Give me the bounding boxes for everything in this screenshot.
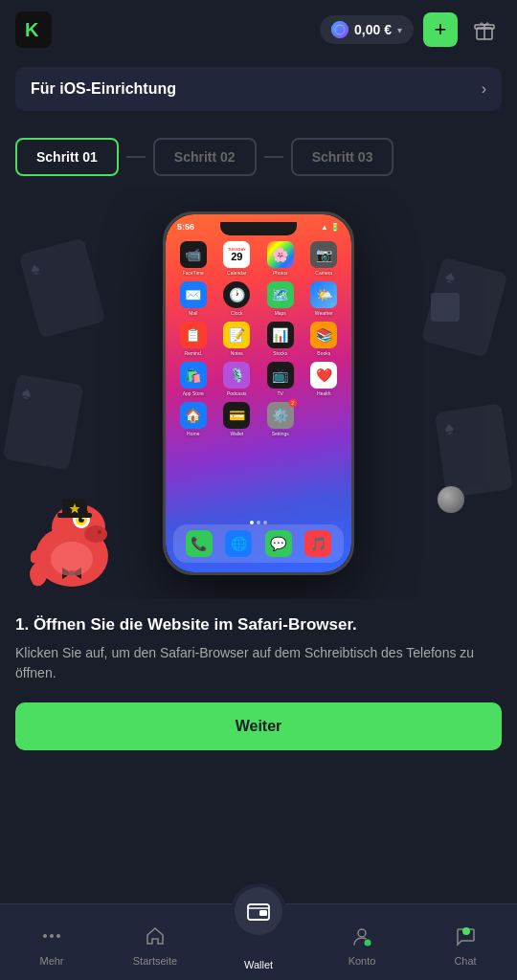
mascot-dinosaur: [19, 475, 124, 590]
ball-decoration: [438, 486, 464, 513]
add-button[interactable]: +: [423, 12, 458, 47]
svg-point-21: [43, 934, 47, 938]
nav-item-startseite[interactable]: Startseite: [103, 904, 207, 980]
header-right: 0,00 € ▾ +: [320, 12, 502, 47]
header: K 0,00 €: [0, 0, 517, 59]
balance-amount: 0,00 €: [354, 22, 392, 37]
status-icons: ▲ 🔋: [321, 223, 340, 232]
step-title: 1. Öffnen Sie die Website im Safari-Brow…: [15, 614, 502, 635]
home-icon: [145, 925, 166, 951]
svg-point-1: [331, 21, 348, 38]
app-appletv: 📺 TV: [260, 362, 301, 396]
chevron-down-icon: ▾: [397, 25, 402, 35]
card-decoration-right-bottom: ♠: [435, 404, 513, 499]
wifi-icon: ▲: [321, 223, 328, 232]
app-weather: 🌤️ Weather: [304, 281, 345, 316]
spade-icon-4: ♠: [443, 418, 455, 439]
svg-text:K: K: [25, 19, 39, 40]
app-reminders: 📋 Remind.: [173, 322, 214, 356]
step-connector-1: [126, 156, 146, 158]
nav-item-konto[interactable]: Konto: [310, 904, 414, 980]
svg-rect-25: [259, 910, 267, 916]
app-clock: 🕐 Clock: [217, 281, 258, 316]
app-photos: 🌸 Photos: [260, 241, 301, 276]
app-empty: [304, 402, 345, 436]
app-facetime: 📹 FaceTime: [173, 241, 214, 276]
app-notes: 📝 Notes: [217, 322, 258, 356]
nav-item-chat[interactable]: Chat: [414, 904, 517, 980]
nav-konto-label: Konto: [348, 955, 376, 967]
app-health: ❤️ Health: [304, 362, 345, 396]
ios-banner-text: Für iOS-Einrichtung: [31, 80, 176, 98]
gift-icon[interactable]: [467, 12, 502, 47]
app-camera: 📷 Camera: [304, 241, 345, 276]
card-decoration-left-top: ♠: [19, 237, 106, 338]
svg-rect-18: [57, 513, 92, 518]
app-grid: 📹 FaceTime Tuesday 29 Calendar 🌸 Photos: [166, 235, 351, 442]
status-bar: 5:56 ▲ 🔋: [166, 214, 351, 235]
svg-point-29: [365, 940, 371, 947]
app-mail: ✉️ Mail: [173, 281, 214, 316]
steps-container: Schritt 01 Schritt 02 Schritt 03: [0, 119, 517, 188]
balance-pill[interactable]: 0,00 € ▾: [320, 15, 414, 44]
dock-phone: 📞: [186, 530, 213, 557]
battery-icon: 🔋: [330, 223, 340, 232]
app-settings: ⚙️ 2 Settings: [260, 402, 301, 436]
svg-point-27: [358, 929, 366, 937]
nav-wallet-label: Wallet: [244, 959, 273, 970]
step-2-button[interactable]: Schritt 02: [153, 138, 257, 176]
content-section: 1. Öffnen Sie die Website im Safari-Brow…: [0, 599, 517, 758]
app-home: 🏠 Home: [173, 402, 214, 436]
spade-icon-3: ♠: [443, 266, 458, 288]
nav-chat-label: Chat: [454, 955, 476, 967]
app-stocks: 📊 Stocks: [260, 322, 301, 356]
svg-point-20: [51, 542, 93, 576]
coin-icon: [331, 21, 348, 38]
illustration-area: ♠ ♠ ♠ ♠ 5:56 ▲ 🔋: [0, 188, 517, 599]
dice-decoration: [431, 293, 460, 322]
app-calendar: Tuesday 29 Calendar: [217, 241, 258, 276]
dock-music: 🎵: [304, 530, 331, 557]
svg-point-23: [56, 934, 60, 938]
step-description: Klicken Sie auf, um den Safari-Browser a…: [15, 643, 502, 683]
app-appstore: 🛍️ App Store: [173, 362, 214, 396]
dock-safari: 🌐: [225, 530, 252, 557]
step-3-button[interactable]: Schritt 03: [291, 138, 394, 176]
nav-item-wallet[interactable]: Wallet: [207, 904, 310, 980]
spade-icon: ♠: [28, 258, 42, 280]
iphone-mockup: 5:56 ▲ 🔋 📹 FaceTime Tuesday: [163, 212, 354, 575]
chat-notification-dot: [462, 927, 470, 935]
ios-banner[interactable]: Für iOS-Einrichtung ›: [15, 67, 502, 111]
dock-messages: 💬: [265, 530, 292, 557]
chat-icon: [455, 925, 476, 951]
nav-startseite-label: Startseite: [133, 955, 177, 967]
spade-icon-2: ♠: [20, 383, 33, 404]
step-1-button[interactable]: Schritt 01: [15, 138, 119, 176]
mehr-icon: [41, 925, 62, 951]
ios-banner-arrow: ›: [482, 80, 486, 98]
nav-item-mehr[interactable]: Mehr: [0, 904, 103, 980]
wallet-bubble: [231, 883, 286, 939]
iphone-dock: 📞 🌐 💬 🎵: [173, 524, 344, 563]
app-wallet: 💳 Wallet: [217, 402, 258, 436]
wallet-icon: [235, 887, 282, 935]
svg-point-22: [50, 934, 54, 938]
status-time: 5:56: [177, 222, 194, 232]
app-podcasts: 🎙️ Podcasts: [217, 362, 258, 396]
app-maps: 🗺️ Maps: [260, 281, 301, 316]
svg-point-9: [98, 530, 101, 534]
app-books: 📚 Books: [304, 322, 345, 356]
card-decoration-left-bottom: ♠: [3, 374, 84, 471]
weiter-button[interactable]: Weiter: [15, 702, 502, 750]
bottom-nav: Mehr Startseite Wallet: [0, 903, 517, 980]
konto-icon: [351, 925, 372, 951]
step-connector-2: [264, 156, 283, 158]
logo: K: [15, 11, 52, 48]
nav-mehr-label: Mehr: [39, 955, 63, 967]
svg-point-8: [84, 525, 107, 543]
iphone-screen: 5:56 ▲ 🔋 📹 FaceTime Tuesday: [166, 214, 351, 572]
